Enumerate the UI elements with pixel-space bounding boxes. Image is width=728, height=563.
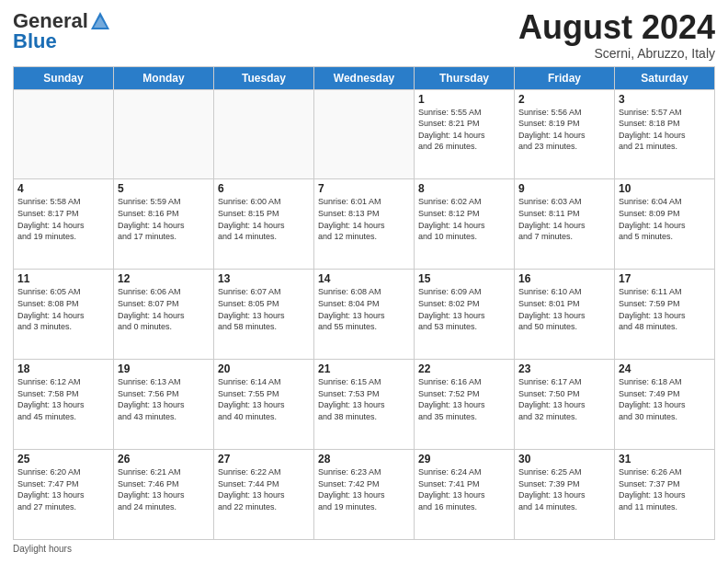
day-info: Sunrise: 6:08 AM Sunset: 8:04 PM Dayligh… — [318, 286, 410, 332]
calendar-cell: 27Sunrise: 6:22 AM Sunset: 7:44 PM Dayli… — [214, 450, 314, 540]
calendar-table: SundayMondayTuesdayWednesdayThursdayFrid… — [13, 66, 715, 540]
day-info: Sunrise: 6:00 AM Sunset: 8:15 PM Dayligh… — [218, 196, 310, 242]
day-info: Sunrise: 6:13 AM Sunset: 7:56 PM Dayligh… — [118, 376, 210, 422]
header: General Blue August 2024 Scerni, Abruzzo… — [13, 9, 715, 61]
day-number: 4 — [17, 182, 109, 195]
calendar-week-2: 4Sunrise: 5:58 AM Sunset: 8:17 PM Daylig… — [14, 179, 715, 270]
calendar-cell: 3Sunrise: 5:57 AM Sunset: 8:18 PM Daylig… — [615, 89, 715, 179]
day-header-wednesday: Wednesday — [314, 66, 415, 89]
calendar-cell: 26Sunrise: 6:21 AM Sunset: 7:46 PM Dayli… — [114, 450, 214, 540]
day-number: 17 — [619, 272, 711, 285]
calendar-week-5: 25Sunrise: 6:20 AM Sunset: 7:47 PM Dayli… — [14, 450, 715, 540]
day-number: 3 — [619, 93, 711, 106]
calendar-cell: 16Sunrise: 6:10 AM Sunset: 8:01 PM Dayli… — [515, 270, 615, 360]
day-number: 16 — [518, 272, 610, 285]
day-number: 12 — [118, 272, 210, 285]
day-number: 19 — [118, 362, 210, 375]
day-info: Sunrise: 5:55 AM Sunset: 8:21 PM Dayligh… — [418, 107, 510, 153]
day-info: Sunrise: 6:26 AM Sunset: 7:37 PM Dayligh… — [619, 466, 711, 512]
calendar-cell: 28Sunrise: 6:23 AM Sunset: 7:42 PM Dayli… — [314, 450, 415, 540]
day-info: Sunrise: 6:09 AM Sunset: 8:02 PM Dayligh… — [418, 286, 510, 332]
calendar-week-1: 1Sunrise: 5:55 AM Sunset: 8:21 PM Daylig… — [14, 89, 715, 179]
calendar-cell: 19Sunrise: 6:13 AM Sunset: 7:56 PM Dayli… — [114, 360, 214, 450]
calendar-cell — [314, 89, 415, 179]
day-header-tuesday: Tuesday — [214, 66, 314, 89]
day-number: 10 — [619, 182, 711, 195]
day-info: Sunrise: 5:57 AM Sunset: 8:18 PM Dayligh… — [619, 107, 711, 153]
calendar-cell: 7Sunrise: 6:01 AM Sunset: 8:13 PM Daylig… — [314, 179, 415, 270]
day-info: Sunrise: 6:02 AM Sunset: 8:12 PM Dayligh… — [418, 196, 510, 242]
daylight-hours-label: Daylight hours — [13, 544, 72, 554]
day-info: Sunrise: 6:21 AM Sunset: 7:46 PM Dayligh… — [118, 466, 210, 512]
day-number: 5 — [118, 182, 210, 195]
calendar-cell: 11Sunrise: 6:05 AM Sunset: 8:08 PM Dayli… — [14, 270, 114, 360]
day-info: Sunrise: 6:15 AM Sunset: 7:53 PM Dayligh… — [318, 376, 410, 422]
logo-area: General Blue — [13, 9, 110, 53]
month-title: August 2024 — [518, 9, 715, 46]
day-number: 26 — [118, 453, 210, 465]
day-header-sunday: Sunday — [14, 66, 114, 89]
day-info: Sunrise: 5:59 AM Sunset: 8:16 PM Dayligh… — [118, 196, 210, 242]
day-number: 31 — [619, 453, 711, 465]
footer: Daylight hours — [13, 544, 715, 554]
day-info: Sunrise: 6:03 AM Sunset: 8:11 PM Dayligh… — [518, 196, 610, 242]
day-number: 9 — [518, 182, 610, 195]
day-info: Sunrise: 6:07 AM Sunset: 8:05 PM Dayligh… — [218, 286, 310, 332]
day-info: Sunrise: 6:24 AM Sunset: 7:41 PM Dayligh… — [418, 466, 510, 512]
day-info: Sunrise: 6:23 AM Sunset: 7:42 PM Dayligh… — [318, 466, 410, 512]
calendar-cell: 21Sunrise: 6:15 AM Sunset: 7:53 PM Dayli… — [314, 360, 415, 450]
day-number: 28 — [318, 453, 410, 465]
calendar-cell: 8Sunrise: 6:02 AM Sunset: 8:12 PM Daylig… — [415, 179, 515, 270]
day-info: Sunrise: 5:56 AM Sunset: 8:19 PM Dayligh… — [518, 107, 610, 153]
calendar-cell: 20Sunrise: 6:14 AM Sunset: 7:55 PM Dayli… — [214, 360, 314, 450]
day-number: 8 — [418, 182, 510, 195]
day-info: Sunrise: 5:58 AM Sunset: 8:17 PM Dayligh… — [17, 196, 109, 242]
calendar-cell: 14Sunrise: 6:08 AM Sunset: 8:04 PM Dayli… — [314, 270, 415, 360]
calendar-cell: 18Sunrise: 6:12 AM Sunset: 7:58 PM Dayli… — [14, 360, 114, 450]
calendar-week-4: 18Sunrise: 6:12 AM Sunset: 7:58 PM Dayli… — [14, 360, 715, 450]
day-number: 7 — [318, 182, 410, 195]
day-number: 21 — [318, 362, 410, 375]
calendar-week-3: 11Sunrise: 6:05 AM Sunset: 8:08 PM Dayli… — [14, 270, 715, 360]
day-number: 13 — [218, 272, 310, 285]
day-header-monday: Monday — [114, 66, 214, 89]
day-info: Sunrise: 6:04 AM Sunset: 8:09 PM Dayligh… — [619, 196, 711, 242]
logo-icon — [90, 11, 110, 31]
day-info: Sunrise: 6:17 AM Sunset: 7:50 PM Dayligh… — [518, 376, 610, 422]
day-number: 18 — [17, 362, 109, 375]
calendar-cell: 23Sunrise: 6:17 AM Sunset: 7:50 PM Dayli… — [515, 360, 615, 450]
calendar-cell: 29Sunrise: 6:24 AM Sunset: 7:41 PM Dayli… — [415, 450, 515, 540]
calendar-cell: 4Sunrise: 5:58 AM Sunset: 8:17 PM Daylig… — [14, 179, 114, 270]
title-area: August 2024 Scerni, Abruzzo, Italy — [518, 9, 715, 61]
day-info: Sunrise: 6:01 AM Sunset: 8:13 PM Dayligh… — [318, 196, 410, 242]
day-number: 20 — [218, 362, 310, 375]
day-number: 22 — [418, 362, 510, 375]
day-number: 14 — [318, 272, 410, 285]
day-info: Sunrise: 6:10 AM Sunset: 8:01 PM Dayligh… — [518, 286, 610, 332]
calendar-cell — [114, 89, 214, 179]
calendar-cell: 6Sunrise: 6:00 AM Sunset: 8:15 PM Daylig… — [214, 179, 314, 270]
calendar-cell: 30Sunrise: 6:25 AM Sunset: 7:39 PM Dayli… — [515, 450, 615, 540]
calendar-cell: 15Sunrise: 6:09 AM Sunset: 8:02 PM Dayli… — [415, 270, 515, 360]
day-number: 11 — [17, 272, 109, 285]
day-header-thursday: Thursday — [415, 66, 515, 89]
day-header-saturday: Saturday — [615, 66, 715, 89]
calendar-cell: 2Sunrise: 5:56 AM Sunset: 8:19 PM Daylig… — [515, 89, 615, 179]
calendar-cell: 17Sunrise: 6:11 AM Sunset: 7:59 PM Dayli… — [615, 270, 715, 360]
page: General Blue August 2024 Scerni, Abruzzo… — [0, 0, 728, 563]
calendar-cell: 31Sunrise: 6:26 AM Sunset: 7:37 PM Dayli… — [615, 450, 715, 540]
day-info: Sunrise: 6:20 AM Sunset: 7:47 PM Dayligh… — [17, 466, 109, 512]
calendar-cell: 25Sunrise: 6:20 AM Sunset: 7:47 PM Dayli… — [14, 450, 114, 540]
day-number: 1 — [418, 93, 510, 106]
calendar-cell: 13Sunrise: 6:07 AM Sunset: 8:05 PM Dayli… — [214, 270, 314, 360]
logo-blue-text: Blue — [13, 29, 57, 53]
calendar-cell: 12Sunrise: 6:06 AM Sunset: 8:07 PM Dayli… — [114, 270, 214, 360]
calendar-cell: 5Sunrise: 5:59 AM Sunset: 8:16 PM Daylig… — [114, 179, 214, 270]
day-number: 2 — [518, 93, 610, 106]
calendar-cell: 9Sunrise: 6:03 AM Sunset: 8:11 PM Daylig… — [515, 179, 615, 270]
day-info: Sunrise: 6:18 AM Sunset: 7:49 PM Dayligh… — [619, 376, 711, 422]
day-info: Sunrise: 6:05 AM Sunset: 8:08 PM Dayligh… — [17, 286, 109, 332]
day-number: 27 — [218, 453, 310, 465]
day-info: Sunrise: 6:06 AM Sunset: 8:07 PM Dayligh… — [118, 286, 210, 332]
calendar-cell: 1Sunrise: 5:55 AM Sunset: 8:21 PM Daylig… — [415, 89, 515, 179]
